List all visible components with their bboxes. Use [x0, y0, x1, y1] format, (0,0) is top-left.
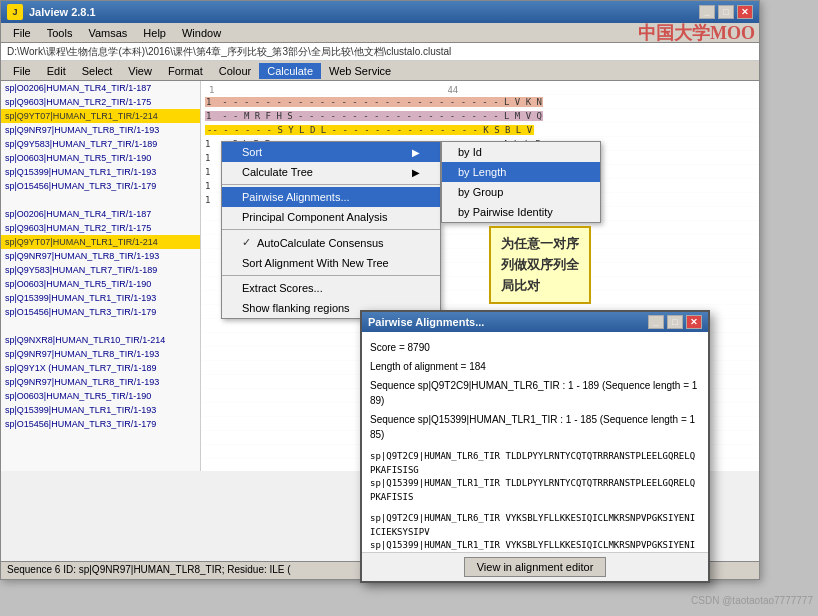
seq-label-4[interactable]: sp|Q9Y583|HUMAN_TLR7_TIR/1-189 — [1, 137, 200, 151]
submenu-edit[interactable]: Edit — [39, 63, 74, 79]
seq-label-10[interactable]: sp|Q9YT07|HUMAN_TLR1_TIR/1-214 — [1, 235, 200, 249]
seq-label-20[interactable]: sp|O0603|HUMAN_TLR5_TIR/1-190 — [1, 389, 200, 403]
app-title: Jalview 2.8.1 — [29, 6, 96, 18]
menu-window[interactable]: Window — [174, 25, 229, 41]
seq-label-3[interactable]: sp|Q9NR97|HUMAN_TLR8_TIR/1-193 — [1, 123, 200, 137]
pairwise-dialog: Pairwise Alignments... _ □ ✕ Score = 879… — [360, 310, 710, 583]
sequence-labels: sp|O0206|HUMAN_TLR4_TIR/1-187 sp|Q9603|H… — [1, 81, 201, 471]
main-menu-bar: File Tools Vamsas Help Window 中国大学MOO — [1, 23, 759, 43]
status-text: Sequence 6 ID: sp|Q9NR97|HUMAN_TLR8_TIR;… — [7, 564, 291, 575]
seq-label-19[interactable]: sp|Q9NR97|HUMAN_TLR8_TIR/1-193 — [1, 375, 200, 389]
menu-help[interactable]: Help — [135, 25, 174, 41]
pairwise-length: Length of alignment = 184 — [370, 359, 700, 374]
seq-label-5[interactable]: sp|O0603|HUMAN_TLR5_TIR/1-190 — [1, 151, 200, 165]
pairwise-score: Score = 8790 — [370, 340, 700, 355]
sort-arrow: ▶ — [412, 147, 420, 158]
tooltip-line3: 局比对 — [501, 276, 579, 297]
submenu-format[interactable]: Format — [160, 63, 211, 79]
menu-sort-tree[interactable]: Sort Alignment With New Tree — [222, 253, 440, 273]
submenu-view[interactable]: View — [120, 63, 160, 79]
checkmark-icon: ✓ — [242, 236, 251, 249]
pairwise-seq1: Sequence sp|Q9T2C9|HUMAN_TLR6_TIR : 1 - … — [370, 378, 700, 408]
seq-label-6[interactable]: sp|Q15399|HUMAN_TLR1_TIR/1-193 — [1, 165, 200, 179]
file-path-text: D:\Work\课程\生物信息学(本科)\2016\课件\第4章_序列比较_第3… — [7, 46, 451, 57]
divider-2 — [222, 229, 440, 230]
seq-label-22[interactable]: sp|O15456|HUMAN_TLR3_TIR/1-179 — [1, 417, 200, 431]
seq-label-17[interactable]: sp|Q9NR97|HUMAN_TLR8_TIR/1-193 — [1, 347, 200, 361]
maximize-button[interactable]: □ — [718, 5, 734, 19]
menu-tools[interactable]: Tools — [39, 25, 81, 41]
sort-by-length[interactable]: by Length — [442, 162, 600, 182]
submenu-colour[interactable]: Colour — [211, 63, 259, 79]
dialog-minimize-button[interactable]: _ — [648, 315, 664, 329]
seq-label-15[interactable]: sp|O15456|HUMAN_TLR3_TIR/1-179 — [1, 305, 200, 319]
pairwise-align2b: sp|Q15399|HUMAN_TLR1_TIR VYKSBLYFLLKKESI… — [370, 539, 700, 552]
seq-label-16[interactable]: sp|Q9NXR8|HUMAN_TLR10_TIR/1-214 — [1, 333, 200, 347]
menu-extract-scores[interactable]: Extract Scores... — [222, 278, 440, 298]
menu-pca[interactable]: Principal Component Analysis — [222, 207, 440, 227]
menu-calculate-tree[interactable]: Calculate Tree ▶ — [222, 162, 440, 182]
seq-label-1[interactable]: sp|Q9603|HUMAN_TLR2_TIR/1-175 — [1, 95, 200, 109]
window-controls: _ □ ✕ — [699, 5, 753, 19]
tooltip-line2: 列做双序列全 — [501, 255, 579, 276]
seq-label-7[interactable]: sp|O15456|HUMAN_TLR3_TIR/1-179 — [1, 179, 200, 193]
pairwise-align1a: sp|Q9T2C9|HUMAN_TLR6_TIR TLDLPYYLRNTYCQT… — [370, 450, 700, 477]
dialog-maximize-button[interactable]: □ — [667, 315, 683, 329]
view-in-editor-button[interactable]: View in alignment editor — [464, 557, 607, 577]
pairwise-dialog-footer: View in alignment editor — [362, 552, 708, 581]
pairwise-dialog-title: Pairwise Alignments... — [368, 316, 484, 328]
mooc-logo: 中国大学MOO — [638, 21, 755, 45]
seq-label-13[interactable]: sp|O0603|HUMAN_TLR5_TIR/1-190 — [1, 277, 200, 291]
seq-label-14[interactable]: sp|Q15399|HUMAN_TLR1_TIR/1-193 — [1, 291, 200, 305]
menu-file[interactable]: File — [5, 25, 39, 41]
pairwise-dialog-content: Score = 8790 Length of alignment = 184 S… — [362, 332, 708, 552]
seq-label-2[interactable]: sp|Q9YT07|HUMAN_TLR1_TIR/1-214 — [1, 109, 200, 123]
submenu-select[interactable]: Select — [74, 63, 121, 79]
sort-by-pairwise[interactable]: by Pairwise Identity — [442, 202, 600, 222]
seq-gap-0 — [1, 193, 200, 207]
pairwise-align2a: sp|Q9T2C9|HUMAN_TLR6_TIR VYKSBLYFLLKKESI… — [370, 512, 700, 539]
menu-sort[interactable]: Sort ▶ — [222, 142, 440, 162]
tooltip-line1: 为任意一对序 — [501, 234, 579, 255]
watermark-text: CSDN @taotaotao7777777 — [691, 595, 813, 606]
seq-label-18[interactable]: sp|Q9Y1X (HUMAN_TLR7_TIR/1-189 — [1, 361, 200, 375]
seq-gap-1 — [1, 319, 200, 333]
seq-label-21[interactable]: sp|Q15399|HUMAN_TLR1_TIR/1-193 — [1, 403, 200, 417]
tree-arrow: ▶ — [412, 167, 420, 178]
minimize-button[interactable]: _ — [699, 5, 715, 19]
seq-label-0[interactable]: sp|O0206|HUMAN_TLR4_TIR/1-187 — [1, 81, 200, 95]
dialog-close-button[interactable]: ✕ — [686, 315, 702, 329]
pairwise-seq2: Sequence sp|Q15399|HUMAN_TLR1_TIR : 1 - … — [370, 412, 700, 442]
tooltip-box: 为任意一对序 列做双序列全 局比对 — [489, 226, 591, 304]
seq-label-11[interactable]: sp|Q9NR97|HUMAN_TLR8_TIR/1-193 — [1, 249, 200, 263]
sub-menu-bar: File Edit Select View Format Colour Calc… — [1, 61, 759, 81]
calculate-dropdown: Sort ▶ Calculate Tree ▶ Pairwise Alignme… — [221, 141, 441, 319]
pairwise-dialog-titlebar: Pairwise Alignments... _ □ ✕ — [362, 312, 708, 332]
close-button[interactable]: ✕ — [737, 5, 753, 19]
submenu-calculate[interactable]: Calculate — [259, 63, 321, 79]
sort-by-id[interactable]: by Id — [442, 142, 600, 162]
seq-label-9[interactable]: sp|Q9603|HUMAN_TLR2_TIR/1-175 — [1, 221, 200, 235]
menu-autocalc[interactable]: ✓ AutoCalculate Consensus — [222, 232, 440, 253]
submenu-file[interactable]: File — [5, 63, 39, 79]
pairwise-align1b: sp|Q15399|HUMAN_TLR1_TIR TLDLPYYLRNTYCQT… — [370, 477, 700, 504]
menu-pairwise[interactable]: Pairwise Alignments... — [222, 187, 440, 207]
divider-1 — [222, 184, 440, 185]
seq-label-8[interactable]: sp|O0206|HUMAN_TLR4_TIR/1-187 — [1, 207, 200, 221]
seq-label-12[interactable]: sp|Q9Y583|HUMAN_TLR7_TIR/1-189 — [1, 263, 200, 277]
menu-vamsas[interactable]: Vamsas — [80, 25, 135, 41]
file-path-bar: D:\Work\课程\生物信息学(本科)\2016\课件\第4章_序列比较_第3… — [1, 43, 759, 61]
app-icon: J — [7, 4, 23, 20]
divider-3 — [222, 275, 440, 276]
sort-by-group[interactable]: by Group — [442, 182, 600, 202]
sort-submenu: by Id by Length by Group by Pairwise Ide… — [441, 141, 601, 223]
submenu-webservice[interactable]: Web Service — [321, 63, 399, 79]
